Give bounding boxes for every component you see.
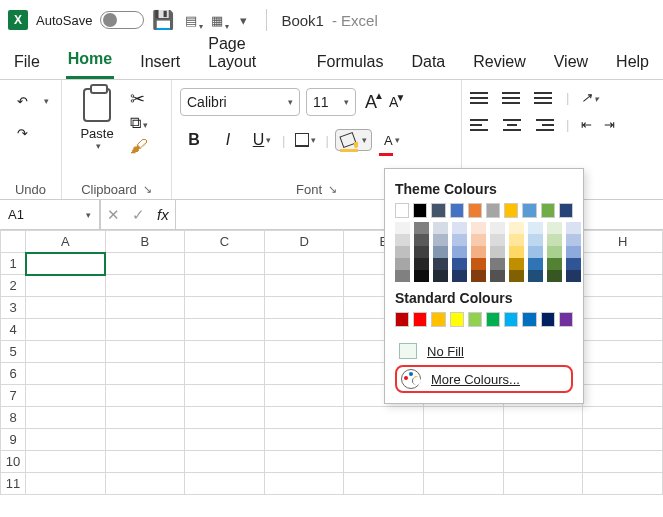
font-color-button[interactable]: A▾ [378,126,406,154]
row-header-3[interactable]: 3 [1,297,26,319]
theme-swatch[interactable] [395,203,409,218]
tab-insert[interactable]: Insert [138,47,182,79]
more-colours-option[interactable]: More Colours... [395,365,573,393]
cut-icon[interactable]: ✂ [130,88,148,110]
shade-swatch[interactable] [566,234,581,246]
increase-indent-icon[interactable]: ⇥ [604,117,615,132]
row-header-5[interactable]: 5 [1,341,26,363]
col-header-d[interactable]: D [264,231,344,253]
shade-swatch[interactable] [452,234,467,246]
theme-swatch[interactable] [431,203,445,218]
qat-customize-icon[interactable]: ▾ [234,11,252,29]
tab-view[interactable]: View [552,47,590,79]
row-header-2[interactable]: 2 [1,275,26,297]
col-header-c[interactable]: C [185,231,265,253]
copy-icon[interactable]: ⧉▾ [130,114,148,132]
theme-swatch[interactable] [522,203,536,218]
font-name-select[interactable]: Calibri▾ [180,88,300,116]
tab-review[interactable]: Review [471,47,527,79]
theme-swatch[interactable] [468,203,482,218]
theme-swatch[interactable] [450,203,464,218]
align-bottom-icon[interactable] [534,92,554,104]
row-header-6[interactable]: 6 [1,363,26,385]
align-center-icon[interactable] [502,119,522,131]
standard-swatch[interactable] [431,312,445,327]
name-box[interactable]: A1 ▾ [0,200,100,229]
shade-swatch[interactable] [490,234,505,246]
shade-swatch[interactable] [547,258,562,270]
shade-swatch[interactable] [566,270,581,282]
fx-icon[interactable]: fx [151,206,175,223]
shade-swatch[interactable] [414,222,429,234]
fill-color-button[interactable]: ▾ [335,129,372,151]
shade-swatch[interactable] [490,246,505,258]
shade-swatch[interactable] [547,270,562,282]
decrease-font-icon[interactable]: A▼ [386,94,401,110]
align-middle-icon[interactable] [502,92,522,104]
standard-swatch[interactable] [504,312,518,327]
standard-swatch[interactable] [541,312,555,327]
col-header-a[interactable]: A [26,231,106,253]
undo-dropdown[interactable]: ▾ [44,96,49,106]
select-all-corner[interactable] [1,231,26,253]
shade-swatch[interactable] [509,234,524,246]
font-size-select[interactable]: 11▾ [306,88,356,116]
shade-swatch[interactable] [490,258,505,270]
align-right-icon[interactable] [534,119,554,131]
format-painter-icon[interactable]: 🖌 [130,136,148,157]
font-dialog-launcher[interactable]: ↘ [328,183,337,196]
align-top-icon[interactable] [470,92,490,104]
theme-swatch[interactable] [559,203,573,218]
no-fill-option[interactable]: No Fill [395,337,573,365]
cell-a1[interactable] [26,253,106,275]
col-header-h[interactable]: H [583,231,663,253]
redo-button[interactable]: ↷ [8,120,36,146]
row-header-8[interactable]: 8 [1,407,26,429]
shade-swatch[interactable] [414,258,429,270]
shade-swatch[interactable] [528,234,543,246]
tab-page-layout[interactable]: Page Layout [206,29,291,79]
shade-swatch[interactable] [566,246,581,258]
shade-swatch[interactable] [452,222,467,234]
row-header-11[interactable]: 11 [1,473,26,495]
enter-entry-icon[interactable]: ✓ [126,206,151,224]
shade-swatch[interactable] [395,234,410,246]
shade-swatch[interactable] [490,222,505,234]
shade-swatch[interactable] [528,222,543,234]
tab-home[interactable]: Home [66,44,114,79]
shade-swatch[interactable] [490,270,505,282]
theme-swatch[interactable] [486,203,500,218]
qat-button-1[interactable]: ▤▾ [182,11,200,29]
theme-swatch[interactable] [541,203,555,218]
theme-swatch[interactable] [504,203,518,218]
row-header-4[interactable]: 4 [1,319,26,341]
tab-formulas[interactable]: Formulas [315,47,386,79]
col-header-b[interactable]: B [105,231,185,253]
tab-data[interactable]: Data [409,47,447,79]
shade-swatch[interactable] [528,270,543,282]
shade-swatch[interactable] [414,270,429,282]
shade-swatch[interactable] [433,258,448,270]
row-header-7[interactable]: 7 [1,385,26,407]
border-button[interactable]: ▾ [291,126,319,154]
paste-dropdown[interactable]: ▾ [96,141,101,151]
shade-swatch[interactable] [528,258,543,270]
shade-swatch[interactable] [509,222,524,234]
standard-swatch[interactable] [559,312,573,327]
shade-swatch[interactable] [433,222,448,234]
decrease-indent-icon[interactable]: ⇤ [581,117,592,132]
shade-swatch[interactable] [509,270,524,282]
standard-swatch[interactable] [522,312,536,327]
qat-button-2[interactable]: ▦▾ [208,11,226,29]
shade-swatch[interactable] [395,270,410,282]
bold-button[interactable]: B [180,126,208,154]
shade-swatch[interactable] [528,246,543,258]
italic-button[interactable]: I [214,126,242,154]
align-left-icon[interactable] [470,119,490,131]
shade-swatch[interactable] [547,222,562,234]
shade-swatch[interactable] [414,234,429,246]
shade-swatch[interactable] [452,258,467,270]
shade-swatch[interactable] [566,258,581,270]
shade-swatch[interactable] [471,222,486,234]
shade-swatch[interactable] [471,234,486,246]
